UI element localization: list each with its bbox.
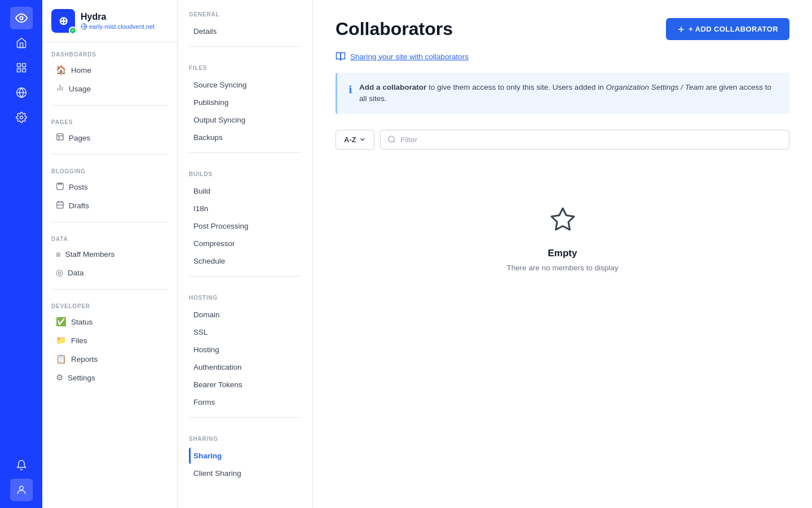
svg-rect-3 [17,69,20,72]
nav-group-files: FILES Source Syncing Publishing Output S… [178,54,312,146]
sidebar-item-drafts[interactable]: Drafts [51,196,168,214]
data-icon: ◎ [56,268,63,278]
site-name: Hydra [81,12,155,22]
info-link-text: Sharing your site with collaborators [350,52,469,61]
nav-item-authentication[interactable]: Authentication [189,359,301,375]
svg-point-24 [389,136,394,142]
info-icon: ℹ [348,82,352,98]
svg-line-25 [393,141,395,143]
eye-icon[interactable] [10,7,33,29]
sidebar-item-staff[interactable]: ≡ Staff Members [51,246,168,263]
svg-point-7 [20,116,23,119]
settings-icon: ⚙ [56,373,63,383]
developer-section: DEVELOPER ✅ Status 📁 Files 📋 Reports ⚙ S… [42,294,177,389]
sidebar-item-files[interactable]: 📁 Files [51,331,168,349]
nav-item-details[interactable]: Details [189,23,301,40]
files-icon: 📁 [56,335,67,345]
gear-icon[interactable] [10,106,33,129]
empty-subtitle: There are no members to display [506,264,618,272]
nav-item-client-sharing[interactable]: Client Sharing [189,465,301,481]
svg-point-0 [20,16,23,20]
nav-item-post-processing[interactable]: Post Processing [189,218,301,234]
nav-item-domain[interactable]: Domain [189,306,301,323]
site-header: ⊕ ✓ Hydra early-mist.cloudvent.net [42,0,177,42]
user-settings-icon[interactable] [10,479,33,501]
sidebar-item-status[interactable]: ✅ Status [51,313,168,331]
middle-nav: GENERAL Details FILES Source Syncing Pub… [178,0,313,508]
page-title: Collaborators [336,19,453,40]
nav-item-ssl[interactable]: SSL [189,324,301,340]
nav-item-bearer-tokens[interactable]: Bearer Tokens [189,376,301,393]
chart-icon [56,84,64,94]
sidebar-item-data[interactable]: ◎ Data [51,264,168,282]
sidebar: ⊕ ✓ Hydra early-mist.cloudvent.net DASHB… [42,0,178,508]
site-logo: ⊕ ✓ [51,9,75,33]
sort-button[interactable]: A-Z [336,130,374,150]
list-icon: ≡ [56,249,61,259]
empty-star-icon [549,206,576,239]
dashboards-section: DASHBOARDS 🏠 Home Usage [42,42,177,100]
main-content: Collaborators + ADD COLLABORATOR Sharing… [313,0,812,508]
bell-icon[interactable] [10,454,33,476]
icon-bar [0,0,42,508]
svg-rect-4 [22,69,25,72]
site-url[interactable]: early-mist.cloudvent.net [81,23,155,30]
nav-group-general: GENERAL Details [178,0,312,40]
nav-item-sharing[interactable]: Sharing [189,448,301,464]
nav-item-backups[interactable]: Backups [189,129,301,146]
nav-item-source-syncing[interactable]: Source Syncing [189,77,301,93]
svg-rect-14 [57,134,63,140]
search-icon [387,135,396,144]
nav-group-builds: BUILDS Build I18n Post Processing Compre… [178,160,312,269]
nav-item-schedule[interactable]: Schedule [189,253,301,269]
blogging-section: BLOGGING Posts Drafts [42,159,177,217]
data-section: DATA ≡ Staff Members ◎ Data [42,227,177,284]
svg-rect-1 [17,64,20,67]
status-icon: ✅ [56,317,67,327]
sidebar-item-home[interactable]: 🏠 Home [51,61,168,79]
nav-item-i18n[interactable]: I18n [189,200,301,217]
info-link[interactable]: Sharing your site with collaborators [336,51,789,62]
sidebar-item-posts[interactable]: Posts [51,178,168,196]
svg-point-8 [19,486,23,490]
empty-state: Empty There are no members to display [336,172,789,306]
filter-input-wrap [380,130,789,150]
nav-item-output-syncing[interactable]: Output Syncing [189,112,301,128]
nav-item-publishing[interactable]: Publishing [189,94,301,111]
pages-icon [56,133,64,143]
nav-item-forms[interactable]: Forms [189,394,301,410]
filter-input[interactable] [400,130,782,149]
sidebar-item-reports[interactable]: 📋 Reports [51,350,168,368]
sidebar-item-pages[interactable]: Pages [51,129,168,147]
info-banner-text: Add a collaborator to give them access t… [359,82,778,105]
nav-group-sharing: SHARING Sharing Client Sharing [178,424,312,481]
nav-item-build[interactable]: Build [189,183,301,199]
globe-icon[interactable] [10,81,33,104]
pages-section: PAGES Pages [42,110,177,150]
reports-icon: 📋 [56,354,67,364]
nav-item-compressor[interactable]: Compressor [189,235,301,252]
sidebar-item-usage[interactable]: Usage [51,80,168,98]
grid-icon[interactable] [10,56,33,79]
info-banner: ℹ Add a collaborator to give them access… [336,73,789,114]
status-badge: ✓ [69,27,77,34]
nav-group-hosting: HOSTING Domain SSL Hosting Authenticatio… [178,283,312,410]
sidebar-item-settings[interactable]: ⚙ Settings [51,369,168,387]
home-icon: 🏠 [56,65,67,75]
drafts-icon [56,200,64,211]
svg-marker-26 [551,208,574,230]
nav-item-hosting[interactable]: Hosting [189,341,301,358]
home-icon[interactable] [10,32,33,54]
empty-title: Empty [548,248,577,259]
page-header: Collaborators + ADD COLLABORATOR [336,18,789,40]
svg-rect-2 [22,64,25,67]
filter-row: A-Z [336,130,789,150]
posts-icon [56,182,64,192]
add-collaborator-button[interactable]: + ADD COLLABORATOR [666,18,789,40]
